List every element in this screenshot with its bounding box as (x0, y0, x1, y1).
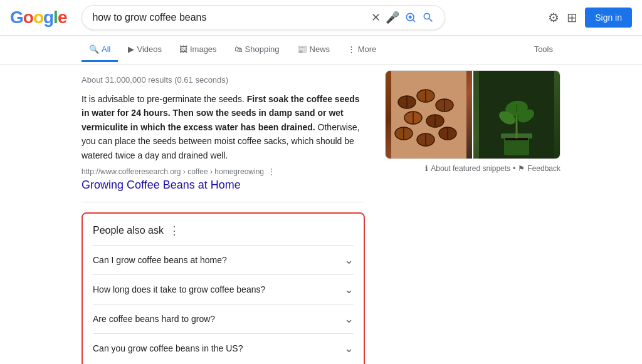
about-snippet: ℹ About featured snippets • ⚑ Feedback (385, 164, 560, 173)
left-column: About 31,000,000 results (0.61 seconds) … (82, 70, 365, 364)
snippet-link[interactable]: Growing Coffee Beans at Home (82, 179, 365, 192)
paa-question-4[interactable]: Can you grow coffee beans in the US? ⌄ (93, 333, 354, 363)
search-bar-wrapper: ✕ 🎤 (82, 5, 445, 30)
tools-label: Tools (534, 44, 553, 54)
feedback-label: Feedback (527, 164, 560, 173)
svg-point-1 (409, 16, 412, 19)
feedback-icon[interactable]: ⚑ Feedback (518, 164, 560, 173)
tab-more[interactable]: ⋮ More (340, 38, 384, 62)
divider-1 (82, 202, 365, 202)
snippet-image-box (385, 70, 560, 159)
google-logo: Google (10, 8, 66, 28)
snippet-image-beans (386, 71, 472, 159)
paa-question-1-text: Can I grow coffee beans at home? (93, 255, 227, 265)
lens-icon[interactable] (404, 11, 417, 24)
search-input[interactable] (92, 12, 366, 23)
tab-shopping[interactable]: 🛍 Shopping (227, 38, 287, 62)
tab-shopping-label: Shopping (245, 44, 280, 54)
sign-in-button[interactable]: Sign in (585, 8, 632, 28)
tab-images-label: Images (190, 44, 217, 54)
nav-tabs: 🔍 All ▶ Videos 🖼 Images 🛍 Shopping 📰 New… (0, 36, 642, 65)
feedback-flag-icon: ⚑ (518, 164, 525, 173)
tab-all-label: All (102, 44, 110, 54)
paa-question-4-text: Can you grow coffee beans in the US? (93, 343, 243, 353)
tab-all[interactable]: 🔍 All (82, 38, 118, 62)
search-bar: ✕ 🎤 (82, 5, 445, 30)
people-also-ask-box: People also ask ⋮ Can I grow coffee bean… (82, 212, 365, 364)
shopping-icon: 🛍 (234, 44, 243, 54)
paa-question-3[interactable]: Are coffee beans hard to grow? ⌄ (93, 304, 354, 333)
paa-chevron-1: ⌄ (344, 253, 354, 267)
snippet-image-plant (473, 71, 560, 159)
tab-videos-label: Videos (137, 44, 162, 54)
paa-chevron-2: ⌄ (344, 283, 354, 296)
search-submit-icon[interactable] (422, 11, 434, 24)
all-search-icon: 🔍 (89, 44, 99, 54)
videos-icon: ▶ (128, 44, 134, 54)
snippet-text-intro: It is advisable to pre-germinate the see… (82, 94, 247, 104)
info-icon: ℹ (425, 164, 428, 173)
news-icon: 📰 (297, 44, 307, 54)
snippet-source: http://www.coffeeresearch.org › coffee ›… (82, 167, 365, 176)
tab-videos[interactable]: ▶ Videos (120, 38, 169, 62)
paa-question-1[interactable]: Can I grow coffee beans at home? ⌄ (93, 245, 354, 274)
paa-question-2[interactable]: How long does it take to grow coffee bea… (93, 274, 354, 304)
paa-chevron-4: ⌄ (344, 341, 354, 355)
snippet-images (386, 71, 560, 159)
snippet-menu-icon[interactable]: ⋮ (268, 167, 275, 176)
tab-tools[interactable]: Tools (527, 38, 560, 62)
main-content: About 31,000,000 results (0.61 seconds) … (0, 65, 642, 364)
header-right: ⚙ ⊞ Sign in (548, 8, 632, 28)
right-column: ℹ About featured snippets • ⚑ Feedback (385, 70, 560, 364)
more-label: ⋮ More (347, 44, 376, 54)
tab-news-label: News (310, 44, 330, 54)
images-icon: 🖼 (179, 44, 187, 54)
apps-icon[interactable]: ⊞ (567, 10, 577, 25)
paa-question-2-text: How long does it take to grow coffee bea… (93, 284, 265, 294)
voice-search-icon[interactable]: 🎤 (386, 11, 399, 24)
paa-header: People also ask ⋮ (93, 224, 354, 237)
tab-images[interactable]: 🖼 Images (172, 38, 224, 62)
tab-news[interactable]: 📰 News (290, 38, 338, 62)
snippet-text: It is advisable to pre-germinate the see… (82, 92, 365, 162)
header: Google ✕ 🎤 ⚙ ⊞ Sign in (0, 0, 642, 36)
paa-menu-icon[interactable]: ⋮ (169, 224, 180, 237)
clear-icon[interactable]: ✕ (371, 11, 381, 24)
settings-icon[interactable]: ⚙ (548, 10, 559, 25)
snippet-source-url: http://www.coffeeresearch.org › coffee ›… (82, 167, 264, 176)
paa-chevron-3: ⌄ (344, 312, 354, 326)
about-snippet-text[interactable]: About featured snippets (431, 164, 510, 173)
paa-title: People also ask (93, 225, 164, 236)
results-count: About 31,000,000 results (0.61 seconds) (82, 75, 365, 85)
paa-question-3-text: Are coffee beans hard to grow? (93, 314, 215, 324)
featured-snippet: It is advisable to pre-germinate the see… (82, 92, 365, 192)
search-icons: ✕ 🎤 (371, 11, 434, 24)
